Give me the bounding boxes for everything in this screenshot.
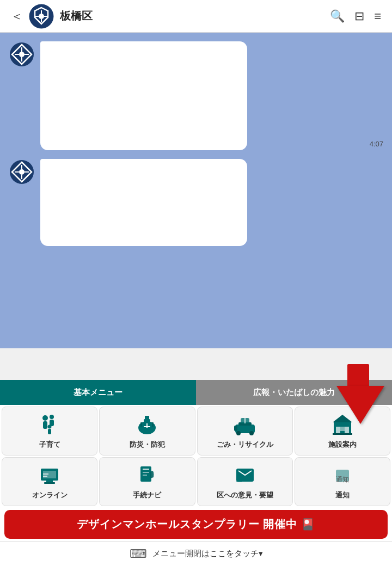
tab-basic-menu[interactable]: 基本メニュー <box>0 380 196 405</box>
menu-cell-kosodate-label: 子育て <box>39 440 60 450</box>
svg-rect-48 <box>43 471 56 478</box>
svg-rect-33 <box>152 422 154 427</box>
header-right: 🔍 ⊟ ≡ <box>330 9 381 23</box>
svg-rect-38 <box>234 426 237 431</box>
menu-cell-gomi-label: ごみ・リサイクル <box>217 440 273 450</box>
message-row-1: 4:07 <box>9 41 383 150</box>
banner-text: デザインマンホールスタンプラリー 開催中 🎴 <box>77 517 315 532</box>
svg-rect-50 <box>44 482 55 484</box>
svg-rect-32 <box>140 422 142 427</box>
menu-cell-online[interactable]: オンライン <box>2 457 97 506</box>
arrow-head <box>336 386 384 424</box>
svg-point-36 <box>236 431 241 435</box>
bottom-section: 基本メニュー 広報・いたばしの魅力 子育て <box>0 380 392 566</box>
svg-rect-29 <box>145 416 149 420</box>
menu-cell-gomi[interactable]: ごみ・リサイクル <box>197 407 293 456</box>
tab-menu: 基本メニュー 広報・いたばしの魅力 <box>0 380 392 405</box>
gomi-icon <box>233 413 257 436</box>
menu-cell-bousai-label: 防災・防犯 <box>130 440 165 450</box>
bot-avatar-2 <box>9 159 35 185</box>
menu-cell-online-label: オンライン <box>32 490 68 500</box>
message-row-2 <box>9 159 383 246</box>
menu-cell-tetsuzuki-label: 手続ナビ <box>133 490 161 500</box>
svg-point-16 <box>19 169 24 175</box>
svg-rect-44 <box>345 427 349 434</box>
search-icon[interactable]: 🔍 <box>330 9 345 23</box>
banner[interactable]: デザインマンホールスタンプラリー 開催中 🎴 <box>4 510 388 539</box>
svg-point-21 <box>42 415 48 421</box>
svg-point-37 <box>249 431 254 435</box>
header-left: ＜ 板橋区 <box>11 3 93 29</box>
menu-cell-shisetsu-label: 施設案内 <box>328 440 357 450</box>
channel-shield-icon <box>28 3 54 29</box>
back-button[interactable]: ＜ <box>11 8 23 24</box>
menu-cell-kosodate[interactable]: 子育て <box>2 407 97 456</box>
svg-rect-22 <box>43 421 47 429</box>
online-icon <box>38 463 62 487</box>
svg-rect-49 <box>46 481 53 482</box>
svg-rect-45 <box>340 427 345 431</box>
grid-menu: 子育て 防災・防犯 ごみ・リ <box>0 405 392 508</box>
footer-text: メニュー開閉はここをタッチ▾ <box>152 549 263 559</box>
svg-rect-56 <box>143 475 147 476</box>
iken-icon <box>233 463 257 487</box>
keyboard-icon[interactable]: ⌨ <box>130 547 147 561</box>
bot-avatar-1 <box>9 41 35 67</box>
svg-point-9 <box>19 52 24 57</box>
message-bubble-1 <box>40 41 247 150</box>
menu-cell-bousai[interactable]: 防災・防犯 <box>99 407 195 456</box>
channel-title: 板橋区 <box>60 9 93 23</box>
header: ＜ 板橋区 🔍 ⊟ ≡ <box>0 0 392 33</box>
tetsuzuki-icon <box>135 463 159 487</box>
svg-text:通知: 通知 <box>336 476 349 483</box>
bousai-icon <box>135 413 159 436</box>
hamburger-menu-icon[interactable]: ≡ <box>374 9 381 23</box>
svg-point-2 <box>39 14 44 19</box>
svg-rect-43 <box>336 427 340 434</box>
menu-cell-notification[interactable]: 通知 通知 <box>295 457 390 506</box>
kosodate-icon <box>38 413 62 436</box>
menu-cell-notification-label: 通知 <box>335 490 350 500</box>
svg-rect-54 <box>143 469 149 470</box>
footer: ⌨ メニュー開閉はここをタッチ▾ <box>0 541 392 566</box>
svg-point-25 <box>48 425 52 429</box>
notification-icon: 通知 <box>330 463 354 487</box>
svg-rect-26 <box>48 429 51 434</box>
chat-area: 4:07 <box>0 33 392 348</box>
svg-rect-55 <box>143 472 149 473</box>
svg-point-23 <box>50 415 54 419</box>
message-time-1: 4:07 <box>370 140 383 148</box>
list-icon[interactable]: ⊟ <box>354 9 364 23</box>
menu-cell-iken-label: 区への意見・要望 <box>217 490 273 500</box>
svg-rect-46 <box>333 433 352 435</box>
menu-cell-iken[interactable]: 区への意見・要望 <box>197 457 293 506</box>
message-bubble-2 <box>40 159 247 246</box>
menu-cell-tetsuzuki[interactable]: 手続ナビ <box>99 457 195 506</box>
